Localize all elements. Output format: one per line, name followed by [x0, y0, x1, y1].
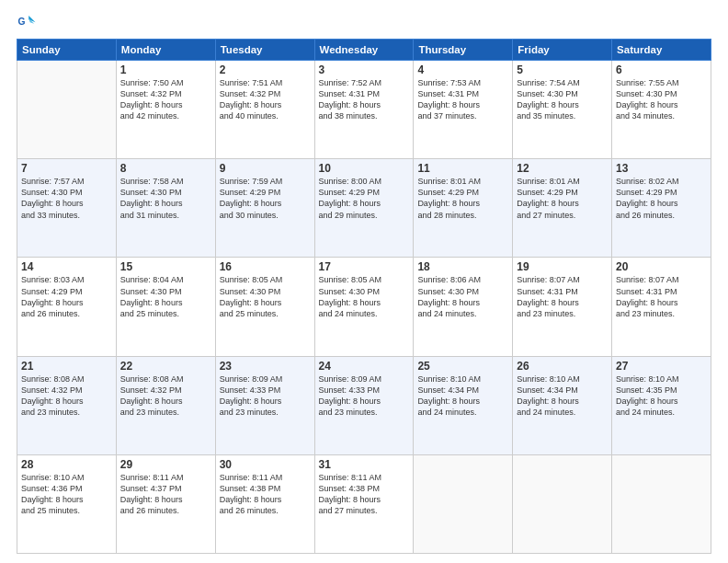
day-number: 9	[220, 162, 311, 175]
weekday-header-tuesday: Tuesday	[215, 40, 314, 61]
day-number: 26	[517, 360, 608, 373]
day-info: Sunrise: 8:01 AM Sunset: 4:29 PM Dayligh…	[417, 176, 508, 221]
calendar-cell: 27Sunrise: 8:10 AM Sunset: 4:35 PM Dayli…	[612, 356, 711, 454]
day-info: Sunrise: 8:02 AM Sunset: 4:29 PM Dayligh…	[616, 176, 707, 221]
logo-icon: G	[17, 13, 37, 33]
weekday-header-saturday: Saturday	[612, 40, 711, 61]
calendar-cell: 13Sunrise: 8:02 AM Sunset: 4:29 PM Dayli…	[612, 159, 711, 258]
calendar-row-3: 21Sunrise: 8:08 AM Sunset: 4:32 PM Dayli…	[17, 356, 711, 454]
day-info: Sunrise: 7:51 AM Sunset: 4:32 PM Dayligh…	[220, 77, 311, 122]
calendar-cell: 24Sunrise: 8:09 AM Sunset: 4:33 PM Dayli…	[314, 356, 414, 454]
day-info: Sunrise: 8:10 AM Sunset: 4:34 PM Dayligh…	[517, 373, 608, 419]
day-number: 17	[319, 260, 410, 273]
day-info: Sunrise: 8:08 AM Sunset: 4:32 PM Dayligh…	[21, 373, 112, 419]
day-number: 30	[220, 458, 311, 471]
calendar-cell: 19Sunrise: 8:07 AM Sunset: 4:31 PM Dayli…	[513, 258, 612, 356]
calendar-cell: 7Sunrise: 7:57 AM Sunset: 4:30 PM Daylig…	[17, 159, 117, 258]
day-info: Sunrise: 7:57 AM Sunset: 4:30 PM Dayligh…	[21, 176, 112, 221]
day-number: 10	[319, 162, 410, 175]
day-number: 21	[21, 360, 112, 373]
weekday-header-wednesday: Wednesday	[314, 40, 414, 61]
calendar-cell: 10Sunrise: 8:00 AM Sunset: 4:29 PM Dayli…	[314, 159, 414, 258]
calendar-cell: 4Sunrise: 7:53 AM Sunset: 4:31 PM Daylig…	[414, 61, 513, 159]
calendar-cell	[513, 454, 612, 553]
day-info: Sunrise: 8:07 AM Sunset: 4:31 PM Dayligh…	[517, 274, 608, 319]
calendar-row-2: 14Sunrise: 8:03 AM Sunset: 4:29 PM Dayli…	[17, 258, 711, 356]
calendar-cell: 20Sunrise: 8:07 AM Sunset: 4:31 PM Dayli…	[612, 258, 711, 356]
svg-marker-1	[28, 16, 35, 22]
day-number: 11	[417, 162, 508, 175]
day-number: 8	[120, 162, 211, 175]
calendar-row-1: 7Sunrise: 7:57 AM Sunset: 4:30 PM Daylig…	[17, 159, 711, 258]
calendar-cell: 9Sunrise: 7:59 AM Sunset: 4:29 PM Daylig…	[215, 159, 314, 258]
day-number: 6	[616, 63, 707, 76]
day-number: 3	[319, 63, 410, 76]
day-info: Sunrise: 8:11 AM Sunset: 4:37 PM Dayligh…	[120, 472, 211, 517]
day-number: 2	[220, 63, 311, 76]
day-info: Sunrise: 8:01 AM Sunset: 4:29 PM Dayligh…	[517, 176, 608, 221]
day-info: Sunrise: 7:52 AM Sunset: 4:31 PM Dayligh…	[319, 77, 410, 122]
day-info: Sunrise: 8:05 AM Sunset: 4:30 PM Dayligh…	[319, 274, 410, 319]
calendar-cell: 2Sunrise: 7:51 AM Sunset: 4:32 PM Daylig…	[215, 61, 314, 159]
weekday-header-friday: Friday	[513, 40, 612, 61]
day-number: 24	[319, 360, 410, 373]
day-info: Sunrise: 8:09 AM Sunset: 4:33 PM Dayligh…	[319, 373, 410, 419]
day-number: 14	[21, 260, 112, 273]
day-info: Sunrise: 7:50 AM Sunset: 4:32 PM Dayligh…	[120, 77, 211, 122]
day-number: 13	[616, 162, 707, 175]
calendar-cell	[17, 61, 117, 159]
day-number: 5	[517, 63, 608, 76]
day-number: 29	[120, 458, 211, 471]
calendar-cell: 29Sunrise: 8:11 AM Sunset: 4:37 PM Dayli…	[116, 454, 215, 553]
day-info: Sunrise: 8:00 AM Sunset: 4:29 PM Dayligh…	[319, 176, 410, 221]
day-number: 16	[220, 260, 311, 273]
day-info: Sunrise: 7:54 AM Sunset: 4:30 PM Dayligh…	[517, 77, 608, 122]
calendar-cell: 23Sunrise: 8:09 AM Sunset: 4:33 PM Dayli…	[215, 356, 314, 454]
calendar-table: SundayMondayTuesdayWednesdayThursdayFrid…	[17, 39, 711, 554]
calendar-cell: 22Sunrise: 8:08 AM Sunset: 4:32 PM Dayli…	[116, 356, 215, 454]
calendar-cell: 14Sunrise: 8:03 AM Sunset: 4:29 PM Dayli…	[17, 258, 117, 356]
calendar-cell: 30Sunrise: 8:11 AM Sunset: 4:38 PM Dayli…	[215, 454, 314, 553]
calendar-cell: 17Sunrise: 8:05 AM Sunset: 4:30 PM Dayli…	[314, 258, 414, 356]
calendar-cell: 8Sunrise: 7:58 AM Sunset: 4:30 PM Daylig…	[116, 159, 215, 258]
day-number: 25	[417, 360, 508, 373]
day-info: Sunrise: 7:55 AM Sunset: 4:30 PM Dayligh…	[616, 77, 707, 122]
calendar-cell	[414, 454, 513, 553]
weekday-header-thursday: Thursday	[414, 40, 513, 61]
day-number: 1	[120, 63, 211, 76]
day-info: Sunrise: 7:59 AM Sunset: 4:29 PM Dayligh…	[220, 176, 311, 221]
weekday-header-sunday: Sunday	[17, 40, 117, 61]
calendar-cell: 31Sunrise: 8:11 AM Sunset: 4:38 PM Dayli…	[314, 454, 414, 553]
weekday-header-monday: Monday	[116, 40, 215, 61]
day-info: Sunrise: 8:07 AM Sunset: 4:31 PM Dayligh…	[616, 274, 707, 319]
day-number: 19	[517, 260, 608, 273]
day-number: 20	[616, 260, 707, 273]
calendar-cell: 11Sunrise: 8:01 AM Sunset: 4:29 PM Dayli…	[414, 159, 513, 258]
day-number: 15	[120, 260, 211, 273]
page: G SundayMondayTuesdayWednesdayThursdayFr…	[0, 0, 728, 563]
weekday-header-row: SundayMondayTuesdayWednesdayThursdayFrid…	[17, 40, 711, 61]
svg-text:G: G	[17, 17, 25, 27]
calendar-cell	[612, 454, 711, 553]
day-number: 23	[220, 360, 311, 373]
calendar-cell: 16Sunrise: 8:05 AM Sunset: 4:30 PM Dayli…	[215, 258, 314, 356]
header: G	[17, 13, 711, 33]
day-info: Sunrise: 8:08 AM Sunset: 4:32 PM Dayligh…	[120, 373, 211, 419]
day-info: Sunrise: 8:10 AM Sunset: 4:34 PM Dayligh…	[417, 373, 508, 419]
day-info: Sunrise: 8:11 AM Sunset: 4:38 PM Dayligh…	[220, 472, 311, 517]
day-info: Sunrise: 8:10 AM Sunset: 4:35 PM Dayligh…	[616, 373, 707, 419]
calendar-cell: 6Sunrise: 7:55 AM Sunset: 4:30 PM Daylig…	[612, 61, 711, 159]
day-number: 28	[21, 458, 112, 471]
logo: G	[17, 13, 39, 33]
calendar-cell: 18Sunrise: 8:06 AM Sunset: 4:30 PM Dayli…	[414, 258, 513, 356]
calendar-cell: 1Sunrise: 7:50 AM Sunset: 4:32 PM Daylig…	[116, 61, 215, 159]
calendar-row-4: 28Sunrise: 8:10 AM Sunset: 4:36 PM Dayli…	[17, 454, 711, 553]
day-number: 31	[319, 458, 410, 471]
day-number: 7	[21, 162, 112, 175]
day-info: Sunrise: 7:58 AM Sunset: 4:30 PM Dayligh…	[120, 176, 211, 221]
calendar-cell: 15Sunrise: 8:04 AM Sunset: 4:30 PM Dayli…	[116, 258, 215, 356]
day-number: 22	[120, 360, 211, 373]
calendar-cell: 3Sunrise: 7:52 AM Sunset: 4:31 PM Daylig…	[314, 61, 414, 159]
day-number: 18	[417, 260, 508, 273]
calendar-cell: 28Sunrise: 8:10 AM Sunset: 4:36 PM Dayli…	[17, 454, 117, 553]
